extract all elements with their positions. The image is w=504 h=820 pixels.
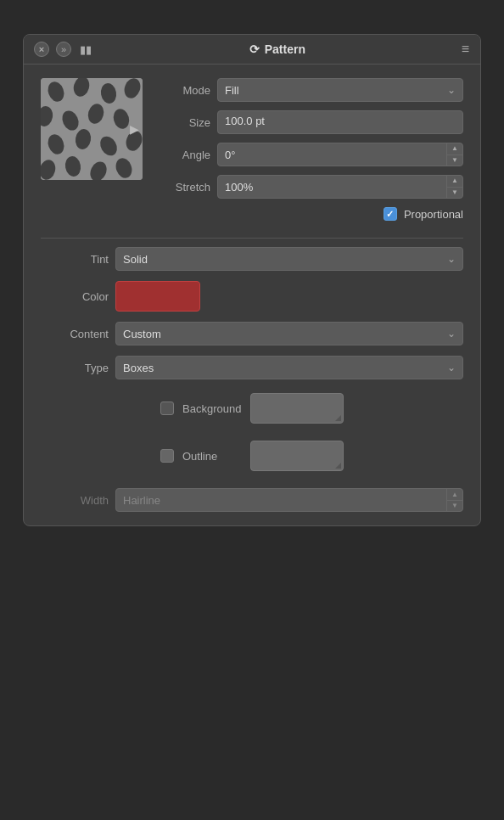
stretch-value: 100%: [218, 177, 446, 197]
panel-title: ⟳ Pattern: [100, 42, 455, 56]
type-chevron-icon: ⌄: [447, 362, 456, 373]
pattern-preview[interactable]: ▶: [41, 78, 143, 180]
width-row: Width Hairline ▲ ▼: [41, 488, 463, 512]
color-row: Color: [41, 281, 463, 312]
mode-value: Fill: [225, 84, 239, 97]
proportional-row: ✓ Proportional: [160, 207, 463, 221]
titlebar: × » ▮▮ ⟳ Pattern ≡: [24, 35, 480, 65]
type-value: Boxes: [123, 362, 154, 374]
expand-button[interactable]: »: [56, 42, 71, 57]
angle-row: Angle 0° ▲ ▼: [160, 143, 463, 166]
outline-row: Outline: [41, 437, 463, 475]
outline-label: Outline: [182, 450, 242, 463]
width-increment-button[interactable]: ▲: [447, 489, 462, 501]
content-value: Custom: [123, 328, 161, 340]
pattern-panel: × » ▮▮ ⟳ Pattern ≡: [23, 34, 481, 526]
angle-decrement-button[interactable]: ▼: [447, 155, 462, 166]
angle-increment-button[interactable]: ▲: [447, 143, 462, 155]
tint-chevron-icon: ⌄: [447, 253, 456, 265]
type-label: Type: [41, 362, 109, 374]
section-divider: [41, 238, 463, 239]
tint-label: Tint: [41, 253, 109, 266]
width-decrement-button[interactable]: ▼: [447, 501, 462, 512]
background-row: Background: [41, 390, 463, 427]
menu-button[interactable]: ≡: [462, 42, 470, 57]
stretch-row: Stretch 100% ▲ ▼: [160, 175, 463, 199]
angle-stepper-buttons: ▲ ▼: [446, 143, 462, 166]
close-icon: ×: [39, 44, 44, 54]
type-dropdown[interactable]: Boxes ⌄: [115, 356, 463, 379]
checkmark-icon: ✓: [386, 209, 394, 220]
bottom-section: Tint Solid ⌄ Color Content Custom ⌄: [41, 247, 463, 512]
top-section: ▶ Mode Fill ⌄ Size 100.0 pt: [41, 78, 463, 221]
content-row: Content Custom ⌄: [41, 322, 463, 345]
tint-row: Tint Solid ⌄: [41, 247, 463, 271]
background-color-swatch[interactable]: [250, 393, 344, 424]
expand-icon: »: [61, 44, 66, 54]
pattern-icon: ⟳: [249, 42, 260, 56]
width-stepper[interactable]: Hairline ▲ ▼: [115, 488, 463, 512]
angle-stepper[interactable]: 0° ▲ ▼: [217, 143, 463, 166]
width-label: Width: [41, 494, 109, 507]
type-row: Type Boxes ⌄: [41, 356, 463, 379]
stretch-decrement-button[interactable]: ▼: [447, 188, 462, 199]
size-input[interactable]: 100.0 pt: [217, 110, 463, 134]
content-chevron-icon: ⌄: [447, 328, 456, 340]
width-stepper-buttons: ▲ ▼: [446, 489, 462, 511]
outline-color-box-corner-icon: [335, 463, 341, 469]
preview-arrow-icon[interactable]: ▶: [130, 122, 139, 136]
size-row: Size 100.0 pt: [160, 110, 463, 134]
outline-color-swatch[interactable]: [250, 441, 344, 471]
pause-icon: ▮▮: [80, 43, 92, 56]
mode-row: Mode Fill ⌄: [160, 78, 463, 102]
stretch-increment-button[interactable]: ▲: [447, 176, 462, 188]
stretch-label: Stretch: [160, 181, 210, 194]
stretch-stepper-buttons: ▲ ▼: [446, 176, 462, 198]
angle-value: 0°: [218, 145, 446, 165]
mode-chevron-icon: ⌄: [447, 84, 456, 96]
tint-value: Solid: [123, 253, 148, 266]
angle-label: Angle: [160, 149, 210, 161]
color-label: Color: [41, 290, 109, 303]
close-button[interactable]: ×: [34, 42, 49, 57]
size-label: Size: [160, 116, 210, 129]
proportional-checkbox[interactable]: ✓: [384, 207, 397, 221]
color-box-corner-icon: [335, 415, 341, 421]
size-value: 100.0 pt: [225, 115, 265, 127]
color-swatch[interactable]: [115, 281, 200, 312]
proportional-label: Proportional: [404, 208, 463, 221]
panel-content: ▶ Mode Fill ⌄ Size 100.0 pt: [24, 65, 480, 525]
settings-fields: Mode Fill ⌄ Size 100.0 pt Angle: [160, 78, 463, 221]
menu-icon: ≡: [462, 42, 470, 56]
content-dropdown[interactable]: Custom ⌄: [115, 322, 463, 345]
pause-button[interactable]: ▮▮: [78, 42, 93, 57]
content-label: Content: [41, 328, 109, 340]
mode-label: Mode: [160, 84, 210, 97]
stretch-stepper[interactable]: 100% ▲ ▼: [217, 175, 463, 199]
outline-checkbox[interactable]: [160, 449, 174, 463]
panel-title-text: Pattern: [265, 42, 305, 56]
background-label: Background: [182, 402, 242, 415]
width-value: Hairline: [116, 491, 446, 510]
tint-dropdown[interactable]: Solid ⌄: [115, 247, 463, 271]
background-checkbox[interactable]: [160, 402, 174, 415]
mode-dropdown[interactable]: Fill ⌄: [217, 78, 463, 102]
